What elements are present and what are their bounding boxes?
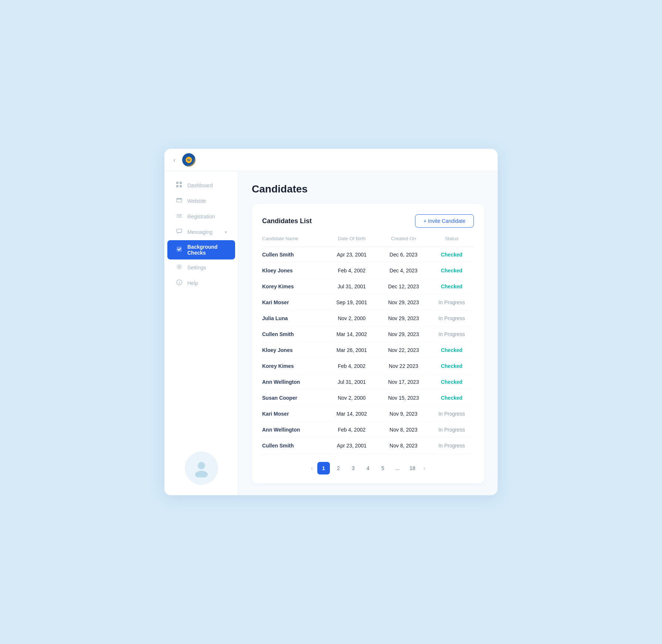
- page-number-button[interactable]: 3: [347, 462, 360, 474]
- svg-rect-11: [177, 217, 182, 218]
- candidate-created: Nov 9, 2023: [378, 406, 429, 422]
- sidebar-item-registration[interactable]: Registration: [167, 209, 235, 224]
- candidate-created: Nov 29, 2023: [378, 326, 429, 342]
- candidate-dob: Feb 4, 2002: [326, 422, 378, 438]
- candidates-card: Candidates List + Invite Candidate Candi…: [252, 204, 484, 483]
- registration-icon: [175, 213, 183, 220]
- table-row[interactable]: Kari Moser Mar 14, 2002 Nov 9, 2023 In P…: [262, 406, 474, 422]
- candidate-status: Checked: [429, 358, 474, 374]
- svg-rect-3: [176, 182, 178, 184]
- table-row[interactable]: Kloey Jones Mar 26, 2001 Nov 22, 2023 Ch…: [262, 342, 474, 358]
- candidate-status: Checked: [429, 374, 474, 390]
- svg-point-18: [195, 471, 208, 477]
- main-content: Dashboard Website Registration Messaging: [164, 171, 498, 495]
- help-icon: ?: [175, 279, 183, 287]
- candidate-created: Nov 8, 2023: [378, 422, 429, 438]
- top-bar: ‹ W: [164, 149, 498, 171]
- table-row[interactable]: Ann Wellington Jul 31, 2001 Nov 17, 2023…: [262, 374, 474, 390]
- col-created: Created On: [378, 236, 429, 247]
- candidate-status: In Progress: [429, 311, 474, 326]
- sidebar-item-website[interactable]: Website: [167, 194, 235, 208]
- candidate-created: Dec 4, 2023: [378, 263, 429, 279]
- invite-candidate-button[interactable]: + Invite Candidate: [415, 214, 474, 228]
- page-area: Candidates Candidates List + Invite Cand…: [238, 171, 498, 495]
- col-dob: Date Of Birth: [326, 236, 378, 247]
- table-row[interactable]: Julia Luna Nov 2, 2000 Nov 29, 2023 In P…: [262, 311, 474, 326]
- candidate-name: Cullen Smith: [262, 247, 326, 263]
- sidebar: Dashboard Website Registration Messaging: [164, 171, 238, 495]
- candidate-created: Nov 17, 2023: [378, 374, 429, 390]
- svg-point-17: [198, 462, 205, 469]
- candidate-dob: Mar 14, 2002: [326, 326, 378, 342]
- pagination: ‹ 12345...18 ›: [262, 462, 474, 474]
- background-checks-icon: [175, 246, 183, 254]
- table-header-row: Candidate Name Date Of Birth Created On …: [262, 236, 474, 247]
- candidate-dob: Feb 4, 2002: [326, 263, 378, 279]
- table-row[interactable]: Cullen Smith Mar 14, 2002 Nov 29, 2023 I…: [262, 326, 474, 342]
- collapse-button[interactable]: ‹: [173, 156, 175, 164]
- table-row[interactable]: Ann Wellington Feb 4, 2002 Nov 8, 2023 I…: [262, 422, 474, 438]
- candidate-name: Ann Wellington: [262, 374, 326, 390]
- sidebar-item-label: Background Checks: [187, 244, 227, 256]
- page-number-button[interactable]: ...: [391, 462, 404, 474]
- candidate-name: Korey Kimes: [262, 279, 326, 295]
- page-number-button[interactable]: 4: [362, 462, 374, 474]
- app-window: ‹ W Dashboard Website: [164, 149, 498, 495]
- settings-icon: [175, 264, 183, 271]
- sidebar-item-settings[interactable]: Settings: [167, 260, 235, 275]
- sidebar-item-label: Registration: [187, 214, 215, 219]
- messaging-icon: [175, 228, 183, 236]
- table-row[interactable]: Cullen Smith Apr 23, 2001 Nov 8, 2023 In…: [262, 438, 474, 454]
- prev-page-button[interactable]: ‹: [309, 463, 315, 473]
- svg-text:?: ?: [178, 281, 180, 285]
- table-row[interactable]: Kari Moser Sep 19, 2001 Nov 29, 2023 In …: [262, 295, 474, 311]
- sidebar-item-help[interactable]: ? Help: [167, 276, 235, 291]
- dashboard-icon: [175, 182, 183, 189]
- website-icon: [175, 197, 183, 205]
- candidate-dob: Mar 26, 2001: [326, 342, 378, 358]
- candidate-status: Checked: [429, 342, 474, 358]
- candidate-created: Dec 6, 2023: [378, 247, 429, 263]
- table-row[interactable]: Susan Cooper Nov 2, 2000 Nov 15, 2023 Ch…: [262, 390, 474, 406]
- candidate-status: In Progress: [429, 438, 474, 454]
- sidebar-item-background-checks[interactable]: Background Checks: [167, 240, 235, 259]
- sidebar-item-label: Website: [187, 198, 206, 204]
- table-row[interactable]: Kloey Jones Feb 4, 2002 Dec 4, 2023 Chec…: [262, 263, 474, 279]
- candidates-table: Candidate Name Date Of Birth Created On …: [262, 236, 474, 454]
- svg-rect-9: [177, 214, 182, 215]
- svg-rect-12: [177, 229, 182, 232]
- candidate-created: Nov 29, 2023: [378, 295, 429, 311]
- svg-rect-8: [177, 198, 182, 199]
- col-status: Status: [429, 236, 474, 247]
- candidate-created: Nov 22, 2023: [378, 342, 429, 358]
- svg-text:W: W: [187, 158, 191, 162]
- table-row[interactable]: Korey Kimes Feb 4, 2002 Nov 22 2023 Chec…: [262, 358, 474, 374]
- sidebar-item-messaging[interactable]: Messaging ▾: [167, 225, 235, 239]
- page-number-button[interactable]: 5: [377, 462, 389, 474]
- candidate-status: In Progress: [429, 295, 474, 311]
- candidate-status: In Progress: [429, 326, 474, 342]
- candidate-dob: Jul 31, 2001: [326, 279, 378, 295]
- sidebar-item-dashboard[interactable]: Dashboard: [167, 178, 235, 193]
- page-number-button[interactable]: 2: [332, 462, 345, 474]
- sidebar-item-label: Settings: [187, 265, 206, 271]
- page-number-button[interactable]: 18: [406, 462, 419, 474]
- candidate-status: Checked: [429, 390, 474, 406]
- candidate-status: Checked: [429, 247, 474, 263]
- table-row[interactable]: Korey Kimes Jul 31, 2001 Dec 12, 2023 Ch…: [262, 279, 474, 295]
- candidate-created: Nov 22 2023: [378, 358, 429, 374]
- candidate-dob: Feb 4, 2002: [326, 358, 378, 374]
- sidebar-item-label: Dashboard: [187, 182, 213, 188]
- candidate-dob: Nov 2, 2000: [326, 311, 378, 326]
- page-title: Candidates: [252, 183, 484, 195]
- next-page-button[interactable]: ›: [421, 463, 427, 473]
- candidate-status: Checked: [429, 279, 474, 295]
- candidate-dob: Jul 31, 2001: [326, 374, 378, 390]
- candidate-name: Kloey Jones: [262, 263, 326, 279]
- avatar: [185, 452, 218, 485]
- page-number-button[interactable]: 1: [317, 462, 330, 474]
- table-row[interactable]: Cullen Smith Apr 23, 2001 Dec 6, 2023 Ch…: [262, 247, 474, 263]
- candidate-created: Dec 12, 2023: [378, 279, 429, 295]
- svg-rect-4: [180, 182, 182, 184]
- candidate-name: Cullen Smith: [262, 326, 326, 342]
